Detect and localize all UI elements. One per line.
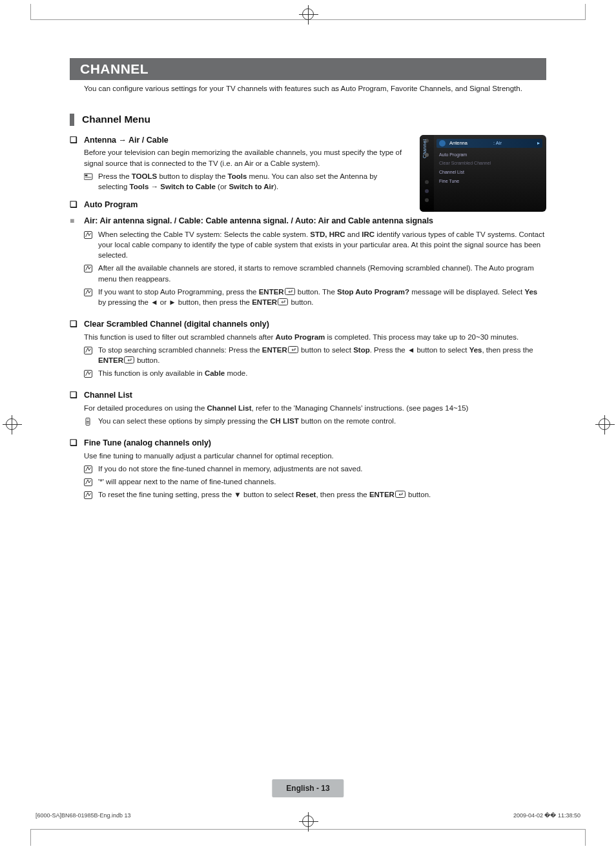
item-fine-tune: ❏ Fine Tune (analog channels only) Use f…	[70, 438, 546, 500]
bullet-square-icon: ❏	[70, 390, 84, 401]
osd-side-dot-icon	[425, 180, 429, 184]
note-text: To stop searching scrambled channels: Pr…	[98, 345, 546, 365]
registration-mark-icon	[6, 418, 17, 430]
osd-antenna-label: Antenna	[449, 140, 467, 146]
note-row: To stop searching scrambled channels: Pr…	[84, 345, 546, 365]
note-text: To reset the fine tuning setting, press …	[98, 489, 546, 500]
text: . Press the ◄ button to select	[370, 346, 469, 354]
enter-icon	[395, 491, 406, 498]
footer-left: [6000-SA]BN68-01985B-Eng.indb 13	[36, 812, 131, 819]
text: is completed. This process may take up t…	[325, 333, 518, 341]
note-icon	[84, 263, 98, 283]
text-bold: ENTER	[262, 346, 287, 354]
text: Antenna →	[84, 136, 128, 145]
text: message will be displayed. Select	[409, 288, 524, 296]
note-row: If you want to stop Auto Programming, pr…	[84, 287, 546, 307]
enter-icon	[124, 356, 134, 363]
osd-sidebar: Channel	[420, 135, 434, 212]
text-bold: Auto Program	[276, 333, 325, 341]
text: You can select these options by simply p…	[98, 417, 270, 425]
note-icon	[84, 368, 98, 378]
sub-item-signals: ■ Air: Air antenna signal. / Cable: Cabl…	[70, 216, 546, 227]
antenna-icon	[439, 140, 446, 147]
text: To reset the fine tuning setting, press …	[98, 491, 296, 498]
note-text: If you want to stop Auto Programming, pr…	[98, 287, 546, 307]
section-heading: Channel Menu	[82, 114, 150, 125]
osd-item: Auto Program	[436, 150, 542, 159]
text-bold: Tools	[228, 172, 247, 180]
text: button to select	[299, 346, 353, 354]
text: button.	[406, 491, 431, 498]
enter-icon	[278, 298, 288, 305]
text: Press the	[98, 172, 132, 180]
osd-item: Channel List	[436, 168, 542, 177]
text: button.	[135, 356, 159, 364]
enter-icon	[285, 288, 295, 295]
svg-rect-12	[86, 418, 90, 425]
note-text: '*' will appear next to the name of fine…	[98, 476, 546, 487]
text: When selecting the Cable TV system: Sele…	[98, 230, 310, 238]
note-text: When selecting the Cable TV system: Sele…	[98, 229, 546, 260]
note-text: If you do not store the fine-tuned chann…	[98, 464, 546, 474]
item-heading: Antenna → Air / Cable	[84, 135, 169, 146]
text: ).	[274, 183, 278, 190]
note-icon	[84, 476, 98, 487]
text-bold: Channel List	[207, 404, 252, 412]
osd-main: Antenna : Air ▸ Auto Program Clear Scram…	[436, 139, 542, 208]
page-title: CHANNEL	[70, 58, 546, 80]
text: For detailed procedures on using the	[84, 404, 207, 412]
note-row: '*' will appear next to the name of fine…	[84, 476, 546, 487]
note-row: Press the TOOLS button to display the To…	[84, 171, 406, 192]
item-heading: Fine Tune (analog channels only)	[84, 438, 211, 449]
page-content: CHANNEL You can configure various settin…	[70, 58, 546, 500]
text-bold: ENTER	[98, 356, 123, 364]
text: , then press the	[316, 491, 369, 498]
osd-item: Fine Tune	[436, 177, 542, 186]
text-bold: Cable	[205, 369, 225, 377]
note-icon	[84, 229, 98, 260]
tools-icon	[84, 171, 98, 192]
chevron-right-icon: ▸	[537, 140, 540, 146]
note-row: When selecting the Cable TV system: Sele…	[84, 229, 546, 260]
note-icon	[84, 489, 98, 500]
text-bold: ENTER	[252, 298, 277, 306]
item-heading: Clear Scrambled Channel (digital channel…	[84, 319, 269, 330]
bullet-square-icon: ❏	[70, 199, 84, 210]
note-text: This function is only available in Cable…	[98, 368, 546, 378]
footer-right: 2009-04-02 �� 11:38:50	[513, 812, 580, 819]
osd-antenna-value: : Air	[493, 140, 502, 146]
osd-item: Clear Scrambled Channel	[436, 159, 542, 168]
note-row: You can select these options by simply p…	[84, 416, 546, 426]
text: This function is used to filter out scra…	[84, 333, 276, 341]
note-text: Press the TOOLS button to display the To…	[98, 171, 406, 192]
page-number-label: English - 13	[272, 779, 344, 797]
osd-list: Auto Program Clear Scrambled Channel Cha…	[436, 150, 542, 186]
text: , refer to the 'Managing Channels' instr…	[252, 404, 469, 412]
text-bold: ENTER	[369, 491, 395, 498]
svg-rect-0	[84, 174, 92, 179]
bullet-square-icon: ❏	[70, 438, 84, 449]
note-text: You can select these options by simply p…	[98, 416, 546, 426]
text: button.	[289, 298, 313, 306]
text-bold: Switch to Air	[229, 183, 274, 190]
text-bold: Reset	[296, 491, 316, 498]
svg-point-13	[87, 419, 88, 420]
svg-rect-14	[87, 421, 89, 422]
osd-selected-row: Antenna : Air ▸	[436, 139, 542, 148]
osd-side-dot-icon	[425, 189, 429, 193]
text-bold: Tools → Switch to Cable	[130, 183, 216, 190]
heading-bar-icon	[70, 114, 74, 126]
item-body: For detailed procedures on using the Cha…	[84, 403, 546, 413]
text: , then press the	[482, 346, 533, 354]
item-body: Before your television can begin memoriz…	[84, 147, 406, 168]
text-bold: CH LIST	[270, 417, 299, 425]
text: button to display the	[157, 172, 227, 180]
item-channel-list: ❏ Channel List For detailed procedures o…	[70, 390, 546, 426]
text-bold: Stop Auto Program?	[337, 288, 409, 296]
registration-mark-icon	[302, 8, 314, 20]
section-body: Channel Antenna : Air ▸ Auto Program Cle…	[70, 135, 546, 500]
item-heading: Auto Program	[84, 199, 138, 210]
text: and	[345, 230, 362, 238]
item-antenna: ❏ Antenna → Air / Cable Before your tele…	[70, 135, 406, 192]
text-bold: TOOLS	[132, 172, 157, 180]
